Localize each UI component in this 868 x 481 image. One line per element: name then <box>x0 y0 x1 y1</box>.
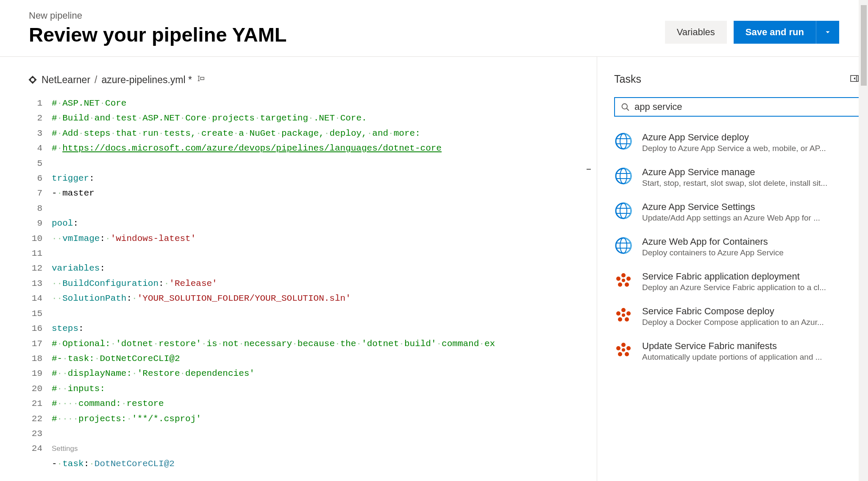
svg-point-2 <box>622 104 628 109</box>
task-title: Azure Web App for Containers <box>642 236 860 247</box>
tasks-title: Tasks <box>614 73 641 85</box>
svg-point-34 <box>625 352 629 356</box>
task-icon <box>614 271 633 290</box>
file-name: azure-pipelines.yml * <box>101 74 192 86</box>
task-item[interactable]: Azure App Service deployDeploy to Azure … <box>614 132 860 153</box>
save-and-run-button[interactable]: Save and run <box>734 21 816 44</box>
svg-point-27 <box>626 311 631 316</box>
tasks-search[interactable] <box>614 97 860 117</box>
task-icon <box>614 306 633 324</box>
task-desc: Start, stop, restart, slot swap, slot de… <box>642 179 860 188</box>
task-item[interactable]: Azure App Service manageStart, stop, res… <box>614 167 860 188</box>
svg-point-21 <box>626 277 631 281</box>
task-title: Azure App Service Settings <box>642 201 860 213</box>
svg-point-33 <box>626 346 631 350</box>
repo-icon <box>28 75 37 84</box>
editor-column: NetLearner / azure-pipelines.yml * 1 2 3… <box>0 57 597 481</box>
svg-point-32 <box>621 343 626 347</box>
svg-point-29 <box>618 317 622 322</box>
svg-point-23 <box>618 282 622 287</box>
svg-point-13 <box>620 203 627 218</box>
task-desc: Automatically update portions of applica… <box>642 352 860 362</box>
code-editor[interactable]: 1 2 3 4 5 6 7 8 9 10 11 12 13 14 15 16 1… <box>28 96 597 471</box>
file-path: NetLearner / azure-pipelines.yml * <box>28 74 597 86</box>
svg-point-37 <box>622 348 625 352</box>
svg-point-28 <box>625 317 629 322</box>
task-desc: Deploy an Azure Service Fabric applicati… <box>642 283 860 292</box>
tasks-panel: Tasks Azure App Service deployDeploy to … <box>597 57 868 481</box>
svg-point-36 <box>616 346 620 350</box>
task-icon <box>614 167 633 185</box>
task-item[interactable]: Service Fabric Compose deployDeploy a Do… <box>614 306 860 327</box>
task-title: Service Fabric Compose deploy <box>642 306 860 317</box>
svg-point-30 <box>616 311 620 316</box>
svg-point-26 <box>621 308 626 312</box>
task-title: Update Service Fabric manifests <box>642 341 860 352</box>
svg-point-35 <box>618 352 622 356</box>
task-title: Service Fabric application deployment <box>642 271 860 282</box>
variables-button[interactable]: Variables <box>665 21 727 44</box>
minimap-bar <box>587 169 591 170</box>
page-scrollbar[interactable] <box>859 0 868 481</box>
scrollbar-thumb[interactable] <box>861 5 867 86</box>
save-and-run-dropdown[interactable] <box>816 21 839 44</box>
collapse-panel-icon[interactable] <box>849 73 860 85</box>
svg-point-31 <box>622 313 625 317</box>
task-icon <box>614 236 633 255</box>
task-item[interactable]: Azure App Service SettingsUpdate/Add App… <box>614 201 860 223</box>
svg-point-22 <box>625 282 629 287</box>
line-gutter: 1 2 3 4 5 6 7 8 9 10 11 12 13 14 15 16 1… <box>28 96 52 471</box>
svg-line-3 <box>627 109 629 111</box>
page-title: Review your pipeline YAML <box>29 23 287 46</box>
task-title: Azure App Service manage <box>642 167 860 178</box>
task-desc: Deploy containers to Azure App Service <box>642 248 860 257</box>
task-desc: Deploy a Docker Compose application to a… <box>642 318 860 327</box>
svg-point-9 <box>620 168 627 184</box>
task-desc: Deploy to Azure App Service a web, mobil… <box>642 144 860 153</box>
search-icon <box>621 103 629 111</box>
task-desc: Update/Add App settings an Azure Web App… <box>642 213 860 223</box>
breadcrumb: New pipeline <box>29 10 287 21</box>
chevron-down-icon <box>824 28 832 36</box>
task-icon <box>614 341 633 359</box>
tasks-search-input[interactable] <box>634 101 853 112</box>
task-icon <box>614 201 633 220</box>
repo-name[interactable]: NetLearner <box>42 74 90 86</box>
rename-icon[interactable] <box>196 74 206 86</box>
svg-point-20 <box>621 273 626 277</box>
svg-point-5 <box>620 134 627 149</box>
code-content[interactable]: #·ASP.NET·Core #·Build·and·test·ASP.NET·… <box>52 96 495 471</box>
task-item[interactable]: Update Service Fabric manifestsAutomatic… <box>614 341 860 362</box>
task-item[interactable]: Azure Web App for ContainersDeploy conta… <box>614 236 860 257</box>
svg-point-17 <box>620 238 627 253</box>
svg-point-24 <box>616 277 620 281</box>
task-title: Azure App Service deploy <box>642 132 860 143</box>
svg-point-25 <box>622 279 625 282</box>
task-icon <box>614 132 633 151</box>
task-list: Azure App Service deployDeploy to Azure … <box>614 132 860 362</box>
page-header: New pipeline Review your pipeline YAML V… <box>0 0 868 57</box>
task-item[interactable]: Service Fabric application deploymentDep… <box>614 271 860 292</box>
